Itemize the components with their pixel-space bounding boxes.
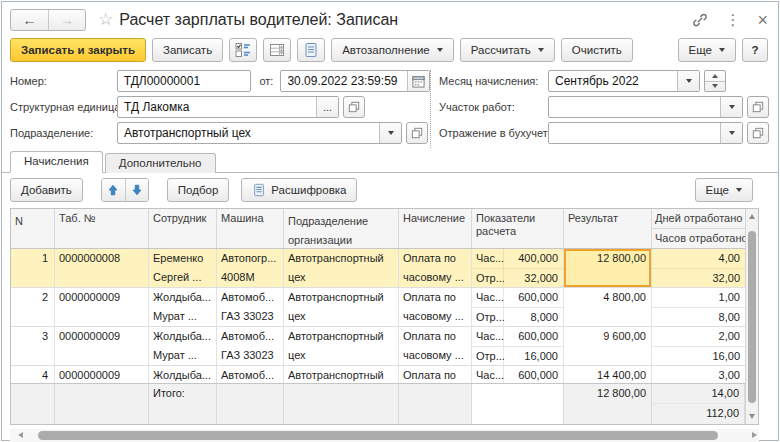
month-spinner[interactable]: [704, 70, 726, 92]
header-n[interactable]: N: [11, 209, 55, 248]
cell-tab-number[interactable]: 0000000009: [55, 366, 149, 383]
cell-days-hours[interactable]: 1,008,00: [652, 288, 745, 326]
structural-unit-field[interactable]: ТД Лакомка ...: [117, 96, 339, 118]
cell-indicators[interactable]: Час...600,000Отр...8,000: [472, 288, 564, 326]
horizontal-scroll-thumb[interactable]: [38, 431, 718, 440]
move-up-button[interactable]: [102, 179, 125, 201]
scroll-left-icon[interactable]: [18, 432, 23, 438]
header-machine[interactable]: Машина: [217, 209, 284, 248]
open-accounting-button[interactable]: [747, 122, 769, 144]
table-row[interactable]: 20000000009Жолдыба...Мурат ...Автомоб...…: [11, 288, 745, 327]
cell-result[interactable]: 12 800,00: [564, 249, 652, 287]
work-area-field[interactable]: [548, 96, 743, 118]
back-button[interactable]: ←: [11, 10, 48, 30]
number-field[interactable]: ТДЛ00000001: [117, 70, 252, 92]
accounting-dropdown-button[interactable]: [720, 123, 742, 143]
save-button[interactable]: Записать: [152, 38, 223, 62]
header-org-department[interactable]: Подразделение организации: [284, 209, 399, 248]
favorites-star-icon[interactable]: ☆: [98, 10, 113, 30]
table-row[interactable]: 10000000008ЕременкоСергей ...Автопогр...…: [11, 249, 745, 288]
open-work-area-button[interactable]: [747, 96, 769, 118]
document-icon-button[interactable]: [297, 38, 325, 62]
vertical-scroll-thumb[interactable]: [748, 231, 756, 403]
grid-more-button[interactable]: Еще: [695, 178, 753, 202]
cell-result[interactable]: 4 800,00: [564, 288, 652, 326]
cell-result[interactable]: 14 400,00: [564, 366, 652, 383]
calculate-button[interactable]: Рассчитать: [460, 38, 555, 62]
cell-tab-number[interactable]: 0000000009: [55, 288, 149, 326]
spinner-down-button[interactable]: [705, 81, 725, 92]
cell-days-hours[interactable]: 4,0032,00: [652, 249, 745, 287]
move-down-button[interactable]: [125, 179, 148, 201]
cell-row-number[interactable]: 3: [11, 327, 55, 365]
cell-machine[interactable]: Автомоб...ГАЗ 33023: [217, 327, 284, 365]
cell-indicators[interactable]: Час...600,000: [472, 366, 564, 383]
checkbox-list-icon-button[interactable]: [229, 38, 257, 62]
cell-machine[interactable]: Автопогр...4008М: [217, 249, 284, 287]
header-accrual[interactable]: Начисление: [399, 209, 472, 248]
save-and-close-button[interactable]: Записать и закрыть: [10, 38, 146, 62]
header-result[interactable]: Результат: [564, 209, 652, 248]
scroll-up-icon[interactable]: [749, 214, 755, 219]
cell-accrual[interactable]: Оплата почасовому ...: [399, 327, 472, 365]
more-button[interactable]: Еще: [678, 38, 736, 62]
work-area-dropdown-button[interactable]: [720, 97, 742, 117]
close-icon[interactable]: ×: [757, 12, 768, 28]
cell-days-hours[interactable]: 3,00: [652, 366, 745, 383]
spinner-up-button[interactable]: [705, 71, 725, 81]
get-link-icon[interactable]: [692, 12, 708, 28]
header-employee[interactable]: Сотрудник: [149, 209, 217, 248]
add-row-button[interactable]: Добавить: [10, 178, 83, 202]
open-department-button[interactable]: [406, 122, 428, 144]
cell-machine[interactable]: Автомоб...ГАЗ 33023: [217, 366, 284, 383]
department-dropdown-button[interactable]: [379, 123, 401, 143]
scroll-right-icon[interactable]: [752, 432, 757, 438]
cell-days-hours[interactable]: 2,0016,00: [652, 327, 745, 365]
help-button[interactable]: ?: [742, 38, 768, 62]
autofill-button[interactable]: Автозаполнение: [331, 38, 454, 62]
cell-accrual[interactable]: Оплата почасовому ...: [399, 288, 472, 326]
date-field[interactable]: 30.09.2022 23:59:59: [280, 70, 430, 92]
cell-accrual[interactable]: Оплата почасовому ...: [399, 366, 472, 383]
pick-button[interactable]: Подбор: [167, 178, 230, 202]
vertical-scrollbar[interactable]: [745, 209, 758, 424]
cell-tab-number[interactable]: 0000000009: [55, 327, 149, 365]
window-menu-icon[interactable]: ⋮: [725, 12, 740, 28]
header-days[interactable]: Дней отработано: [652, 209, 745, 228]
cell-row-number[interactable]: 1: [11, 249, 55, 287]
cell-result[interactable]: 9 600,00: [564, 327, 652, 365]
list-settings-icon-button[interactable]: [263, 38, 291, 62]
cell-indicators[interactable]: Час...400,000Отр...32,000: [472, 249, 564, 287]
cell-employee[interactable]: Жолдыба...Мурат ...: [149, 366, 217, 383]
horizontal-scrollbar[interactable]: [10, 429, 759, 442]
header-tab-number[interactable]: Таб. №: [55, 209, 149, 248]
tab-additional[interactable]: Дополнительно: [105, 153, 216, 173]
cell-employee[interactable]: Жолдыба...Мурат ...: [149, 327, 217, 365]
cell-department[interactable]: Автотранспортный цех: [284, 288, 399, 326]
forward-button[interactable]: →: [48, 10, 85, 30]
cell-employee[interactable]: Жолдыба...Мурат ...: [149, 288, 217, 326]
cell-department[interactable]: Автотранспортный цех: [284, 327, 399, 365]
cell-row-number[interactable]: 2: [11, 288, 55, 326]
cell-row-number[interactable]: 4: [11, 366, 55, 383]
clear-button[interactable]: Очистить: [561, 38, 633, 62]
cell-indicators[interactable]: Час...600,000Отр...16,000: [472, 327, 564, 365]
header-indicators[interactable]: Показатели расчета: [472, 209, 564, 248]
header-hours[interactable]: Часов отработано: [652, 228, 745, 247]
cell-department[interactable]: Автотранспортный цех: [284, 366, 399, 383]
cell-accrual[interactable]: Оплата почасовому ...: [399, 249, 472, 287]
detail-button[interactable]: Расшифровка: [241, 178, 357, 202]
choose-button[interactable]: ...: [316, 97, 338, 117]
open-structural-unit-button[interactable]: [343, 96, 365, 118]
header-days-hours[interactable]: Дней отработано Часов отработано: [652, 209, 745, 248]
cell-machine[interactable]: Автомоб...ГАЗ 33023: [217, 288, 284, 326]
scroll-down-icon[interactable]: [749, 414, 755, 419]
department-field[interactable]: Автотранспортный цех: [117, 122, 402, 144]
cell-department[interactable]: Автотранспортный цех: [284, 249, 399, 287]
month-dropdown-button[interactable]: [677, 71, 699, 91]
accrual-month-field[interactable]: Сентябрь 2022: [548, 70, 700, 92]
cell-tab-number[interactable]: 0000000008: [55, 249, 149, 287]
accounting-reflection-field[interactable]: [548, 122, 743, 144]
tab-accruals[interactable]: Начисления: [10, 151, 103, 173]
cell-employee[interactable]: ЕременкоСергей ...: [149, 249, 217, 287]
